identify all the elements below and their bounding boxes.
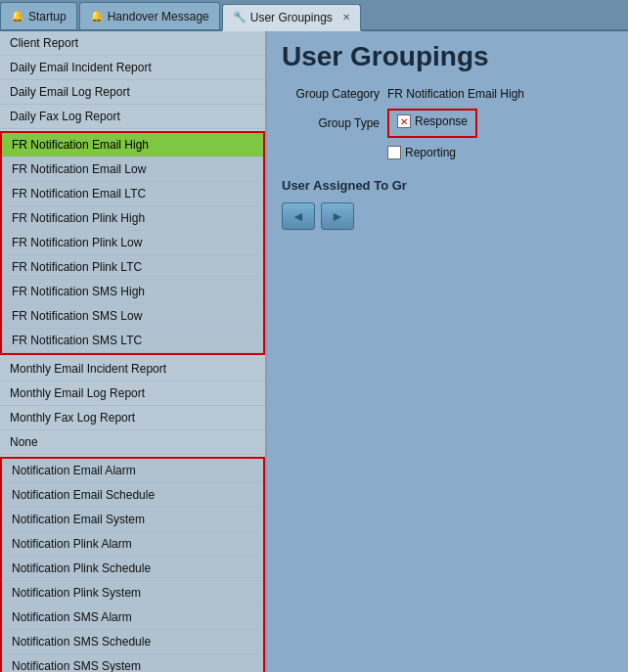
list-item[interactable]: FR Notification Email LTC <box>2 182 263 206</box>
user-assigned-section: User Assigned To Gr ◄ ► <box>282 178 613 230</box>
tab-bar: 🔔 Startup 🔔 Handover Message 🔧 User Grou… <box>0 0 628 31</box>
tab-startup-label: Startup <box>28 10 67 23</box>
response-checkbox[interactable]: ✕ <box>397 114 411 128</box>
tab-startup[interactable]: 🔔 Startup <box>0 2 77 29</box>
nav-buttons: ◄ ► <box>282 202 613 230</box>
group-type-label: Group Type <box>282 116 380 130</box>
list-item[interactable]: Notification Plink Alarm <box>2 532 263 557</box>
group-category-row: Group Category FR Notification Email Hig… <box>282 87 613 101</box>
left-panel: Client Report Daily Email Incident Repor… <box>0 31 267 672</box>
list-item[interactable]: FR Notification Email High <box>2 133 263 157</box>
list-item[interactable]: FR Notification Email Low <box>2 157 263 182</box>
response-checkbox-item[interactable]: ✕ Response <box>397 114 468 128</box>
right-panel: User Groupings Group Category FR Notific… <box>267 31 628 672</box>
notification-group: Notification Email Alarm Notification Em… <box>0 457 265 672</box>
nav-back-button[interactable]: ◄ <box>282 202 315 230</box>
list-item[interactable]: FR Notification Plink LTC <box>2 255 263 280</box>
group-type-row: Group Type ✕ Response <box>282 109 613 138</box>
startup-icon: 🔔 <box>11 10 24 22</box>
group-category-value: FR Notification Email High <box>387 87 524 101</box>
list-item[interactable]: Notification SMS Alarm <box>2 605 263 630</box>
list-item[interactable]: Notification SMS Schedule <box>2 630 263 654</box>
reporting-row: Reporting <box>387 146 613 163</box>
group-type-box: ✕ Response <box>387 109 477 138</box>
forward-arrow-icon: ► <box>331 208 344 224</box>
list-item[interactable]: FR Notification Plink High <box>2 206 263 231</box>
list-item[interactable]: Daily Email Incident Report <box>0 56 265 80</box>
list-item[interactable]: Notification Email System <box>2 508 263 532</box>
list-item[interactable]: Daily Fax Log Report <box>0 105 265 129</box>
list-item[interactable]: Client Report <box>0 31 265 56</box>
form-section: Group Category FR Notification Email Hig… <box>282 87 613 163</box>
main-content: Client Report Daily Email Incident Repor… <box>0 31 628 672</box>
list-item[interactable]: FR Notification SMS LTC <box>2 329 263 353</box>
tab-handover-label: Handover Message <box>108 10 209 23</box>
user-assigned-title: User Assigned To Gr <box>282 178 613 193</box>
list-item[interactable]: FR Notification Plink Low <box>2 231 263 255</box>
list-item[interactable]: Monthly Fax Log Report <box>0 406 265 430</box>
response-label: Response <box>415 114 468 128</box>
tab-user-groupings[interactable]: 🔧 User Groupings ✕ <box>222 4 361 31</box>
tab-close-button[interactable]: ✕ <box>342 12 350 22</box>
reporting-checkbox[interactable] <box>387 146 401 159</box>
list-item[interactable]: Notification Plink Schedule <box>2 557 263 581</box>
list-item[interactable]: Monthly Email Incident Report <box>0 357 265 381</box>
tab-user-groupings-label: User Groupings <box>250 11 333 24</box>
list-item[interactable]: Notification Email Schedule <box>2 483 263 508</box>
list-item[interactable]: Notification SMS System <box>2 654 263 672</box>
list-item[interactable]: Monthly Email Log Report <box>0 381 265 406</box>
list-item[interactable]: FR Notification SMS High <box>2 280 263 304</box>
list-item[interactable]: None <box>0 430 265 455</box>
user-groupings-icon: 🔧 <box>233 11 247 23</box>
group-category-label: Group Category <box>282 87 380 101</box>
list-item[interactable]: Notification Plink System <box>2 581 263 605</box>
back-arrow-icon: ◄ <box>292 208 305 224</box>
list-item[interactable]: FR Notification SMS Low <box>2 304 263 329</box>
list-item[interactable]: Notification Email Alarm <box>2 459 263 483</box>
reporting-checkbox-item[interactable]: Reporting <box>387 146 456 159</box>
reporting-label: Reporting <box>405 146 456 159</box>
page-title: User Groupings <box>282 41 613 72</box>
tab-handover[interactable]: 🔔 Handover Message <box>79 2 220 29</box>
list-item[interactable]: Daily Email Log Report <box>0 80 265 105</box>
handover-icon: 🔔 <box>90 10 104 22</box>
fr-notification-group: FR Notification Email High FR Notificati… <box>0 131 265 355</box>
nav-forward-button[interactable]: ► <box>321 202 354 230</box>
